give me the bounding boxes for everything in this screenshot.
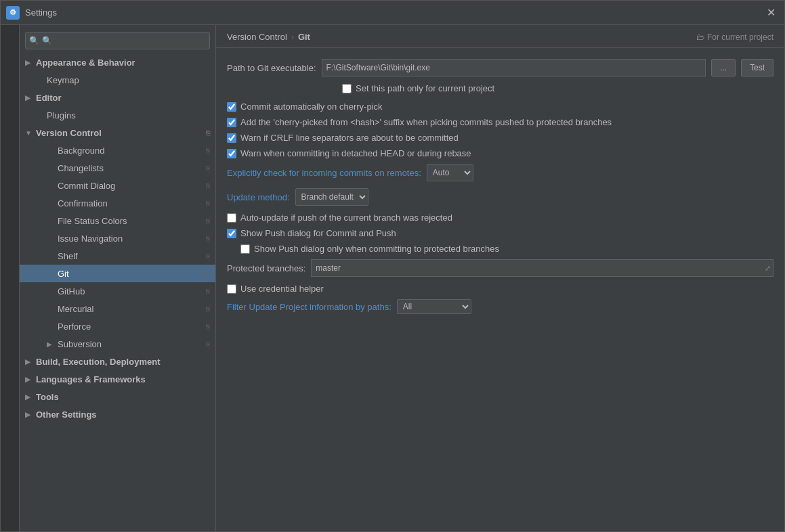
incoming-commits-row: Explicitly check for incoming commits on… bbox=[227, 164, 773, 181]
show-push-dialog-checkbox[interactable] bbox=[227, 229, 236, 238]
sidebar-item-plugins[interactable]: Plugins bbox=[20, 106, 215, 124]
app-icon: ⚙ bbox=[6, 6, 20, 20]
search-box[interactable]: 🔍 bbox=[25, 32, 210, 49]
warn-detached-checkbox[interactable] bbox=[227, 149, 236, 158]
sidebar-item-commit-dialog[interactable]: Commit Dialog ⎘ bbox=[20, 177, 215, 194]
sidebar-item-label: Shelf bbox=[58, 251, 78, 261]
copy-icon: ⎘ bbox=[206, 270, 210, 278]
sidebar-item-issue-navigation[interactable]: Issue Navigation ⎘ bbox=[20, 229, 215, 247]
sidebar-item-perforce[interactable]: Perforce ⎘ bbox=[20, 317, 215, 335]
path-row: Path to Git executable: ... Test bbox=[227, 59, 773, 76]
sidebar-item-label: File Status Colors bbox=[58, 216, 127, 226]
path-input[interactable] bbox=[322, 59, 706, 76]
copy-icon: ⎘ bbox=[206, 129, 210, 137]
set-path-checkbox[interactable] bbox=[342, 84, 352, 93]
sidebar-item-languages[interactable]: ▶ Languages & Frameworks bbox=[20, 370, 215, 388]
arrow-icon: ▶ bbox=[25, 358, 33, 365]
sidebar-item-mercurial[interactable]: Mercurial ⎘ bbox=[20, 300, 215, 317]
sidebar-item-background[interactable]: Background ⎘ bbox=[20, 141, 215, 159]
sidebar-item-build[interactable]: ▶ Build, Execution, Deployment bbox=[20, 353, 215, 370]
path-label: Path to Git executable: bbox=[227, 63, 316, 73]
settings-window: ⚙ Settings ✕ 🔍 ▶ Appearance & Behavior K… bbox=[0, 0, 785, 532]
branches-input-wrapper: ⤢ bbox=[311, 259, 773, 277]
auto-update-checkbox[interactable] bbox=[227, 213, 236, 223]
main-content: 🔍 ▶ Appearance & Behavior Keymap ▶ Edito… bbox=[1, 25, 784, 531]
copy-icon: ⎘ bbox=[206, 340, 210, 348]
arrow-icon: ▶ bbox=[25, 411, 33, 418]
sidebar-item-changelists[interactable]: Changelists ⎘ bbox=[20, 159, 215, 177]
show-push-protected-row: Show Push dialog only when committing to… bbox=[227, 244, 773, 254]
update-method-label: Update method: bbox=[227, 192, 290, 202]
cherry-pick-label: Commit automatically on cherry-pick bbox=[240, 102, 383, 112]
filter-select[interactable]: All Current project Custom bbox=[397, 299, 471, 314]
sidebar-item-editor[interactable]: ▶ Editor bbox=[20, 89, 215, 106]
sidebar-item-shelf[interactable]: Shelf ⎘ bbox=[20, 247, 215, 265]
sidebar-item-appearance[interactable]: ▶ Appearance & Behavior bbox=[20, 53, 215, 71]
expand-icon: ⤢ bbox=[765, 264, 771, 273]
sidebar-item-keymap[interactable]: Keymap bbox=[20, 71, 215, 89]
sidebar-item-label: Plugins bbox=[47, 110, 76, 120]
copy-icon: ⎘ bbox=[206, 305, 210, 313]
sidebar-item-label: Other Settings bbox=[36, 409, 97, 420]
sidebar-item-label: Changelists bbox=[58, 163, 104, 173]
settings-content: Path to Git executable: ... Test Set thi… bbox=[216, 48, 784, 332]
sidebar-item-label: Version Control bbox=[36, 128, 102, 138]
sidebar-item-label: Git bbox=[58, 269, 69, 279]
sidebar-item-label: Perforce bbox=[58, 322, 91, 332]
sidebar-item-label: Editor bbox=[36, 93, 62, 103]
breadcrumb-parent: Version Control bbox=[227, 32, 287, 42]
sidebar-item-label: Build, Execution, Deployment bbox=[36, 357, 160, 367]
sidebar-item-other-settings[interactable]: ▶ Other Settings bbox=[20, 405, 215, 423]
protected-branches-label: Protected branches: bbox=[227, 263, 305, 273]
show-push-dialog-label: Show Push dialog for Commit and Push bbox=[240, 228, 396, 238]
sidebar-item-subversion[interactable]: ▶ Subversion ⎘ bbox=[20, 335, 215, 353]
use-credential-checkbox[interactable] bbox=[227, 284, 236, 294]
close-button[interactable]: ✕ bbox=[763, 5, 779, 21]
sidebar-item-label: Languages & Frameworks bbox=[36, 374, 146, 384]
incoming-commits-select[interactable]: Auto Always Never bbox=[427, 164, 473, 181]
show-push-dialog-row: Show Push dialog for Commit and Push bbox=[227, 228, 773, 238]
warn-crlf-label: Warn if CRLF line separators are about t… bbox=[240, 133, 459, 143]
auto-update-label: Auto-update if push of the current branc… bbox=[240, 213, 452, 223]
copy-icon: ⎘ bbox=[206, 182, 210, 190]
search-input[interactable] bbox=[25, 32, 210, 49]
test-button[interactable]: Test bbox=[741, 59, 773, 76]
show-push-protected-checkbox[interactable] bbox=[240, 244, 250, 254]
arrow-icon: ▶ bbox=[25, 393, 33, 401]
for-project: 🗁 For current project bbox=[696, 32, 773, 42]
breadcrumb-current: Git bbox=[298, 32, 310, 42]
sidebar-item-label: Commit Dialog bbox=[58, 181, 115, 191]
warn-crlf-checkbox[interactable] bbox=[227, 133, 236, 143]
sidebar-item-git[interactable]: Git ⎘ bbox=[20, 265, 215, 282]
warn-detached-row: Warn when committing in detached HEAD or… bbox=[227, 148, 773, 158]
copy-icon: ⎘ bbox=[206, 235, 210, 242]
protected-branches-input[interactable] bbox=[311, 259, 773, 277]
use-credential-label: Use credential helper bbox=[240, 284, 324, 294]
browse-button[interactable]: ... bbox=[711, 59, 736, 76]
sidebar-item-label: Keymap bbox=[47, 75, 79, 85]
sidebar-item-github[interactable]: GitHub ⎘ bbox=[20, 282, 215, 300]
line-numbers bbox=[1, 25, 20, 531]
breadcrumb-bar: Version Control › Git 🗁 For current proj… bbox=[216, 25, 784, 48]
sidebar-item-tools[interactable]: ▶ Tools bbox=[20, 388, 215, 405]
sidebar-item-file-status-colors[interactable]: File Status Colors ⎘ bbox=[20, 212, 215, 229]
sidebar-item-label: Appearance & Behavior bbox=[36, 58, 135, 68]
cherry-picked-suffix-checkbox[interactable] bbox=[227, 118, 236, 127]
update-method-select[interactable]: Branch default Merge Rebase bbox=[295, 188, 368, 206]
filter-row: Filter Update Project information by pat… bbox=[227, 299, 773, 314]
sidebar: 🔍 ▶ Appearance & Behavior Keymap ▶ Edito… bbox=[20, 25, 216, 531]
main-panel: Version Control › Git 🗁 For current proj… bbox=[216, 25, 784, 531]
incoming-commits-label: Explicitly check for incoming commits on… bbox=[227, 168, 421, 178]
arrow-icon: ▼ bbox=[25, 129, 33, 137]
arrow-icon: ▶ bbox=[25, 94, 33, 102]
sidebar-item-version-control[interactable]: ▼ Version Control ⎘ bbox=[20, 124, 215, 141]
protected-branches-row: Protected branches: ⤢ bbox=[227, 259, 773, 277]
sidebar-item-label: GitHub bbox=[58, 286, 85, 296]
filter-label: Filter Update Project information by pat… bbox=[227, 302, 391, 312]
sidebar-item-label: Confirmation bbox=[58, 198, 108, 208]
sidebar-item-confirmation[interactable]: Confirmation ⎘ bbox=[20, 194, 215, 212]
copy-icon: ⎘ bbox=[206, 147, 210, 154]
sidebar-item-label: Issue Navigation bbox=[58, 234, 123, 244]
cherry-pick-checkbox[interactable] bbox=[227, 102, 236, 112]
auto-update-row: Auto-update if push of the current branc… bbox=[227, 213, 773, 223]
